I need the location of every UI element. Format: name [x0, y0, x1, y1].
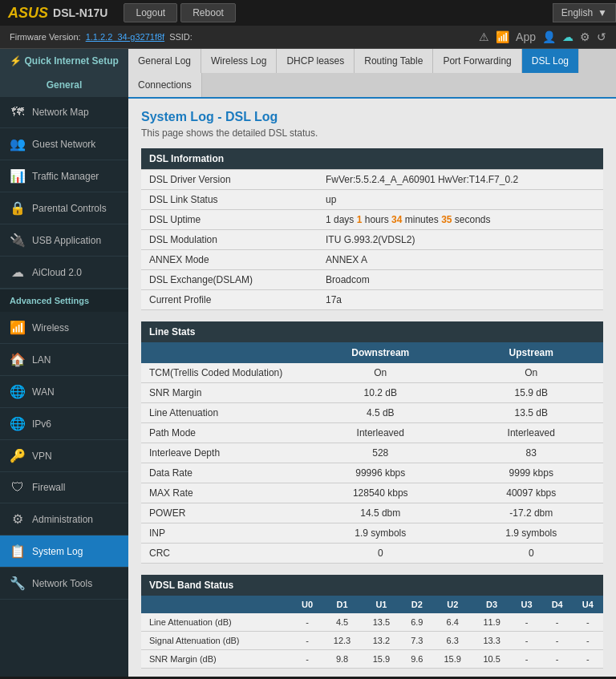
- table-row: DSL Driver Version FwVer:5.5.2.4_A_A6090…: [141, 170, 603, 190]
- cell: 6.3: [433, 632, 472, 650]
- table-row: Interleave Depth 528 83: [141, 443, 603, 463]
- cell: -: [573, 650, 603, 669]
- cell: 15.9: [433, 650, 472, 669]
- page-description: This page shows the detailed DSL status.: [141, 127, 603, 139]
- sidebar-item-ipv6[interactable]: 🌐 IPv6: [0, 408, 128, 440]
- dsl-section-title: DSL Information: [141, 148, 603, 170]
- cell: -: [292, 632, 322, 650]
- table-row: SNR Margin (dB) - 9.8 15.9 9.6 15.9 10.5…: [141, 650, 603, 669]
- row-label: Interleave Depth: [141, 443, 302, 463]
- sidebar-item-label: AiCloud 2.0: [32, 267, 82, 278]
- row-label: CRC: [141, 544, 302, 564]
- dsl-section-header-row: DSL Information: [141, 148, 603, 170]
- vdsl-col-u3: U3: [512, 596, 542, 613]
- sidebar-item-label: WAN: [32, 386, 55, 398]
- vdsl-band-table: U0 D1 U1 D2 U2 D3 U3 D4 U4 Line Attenuat…: [141, 596, 603, 669]
- sidebar-item-network-tools[interactable]: 🔧 Network Tools: [0, 568, 128, 600]
- row-downstream: 0: [302, 544, 460, 564]
- row-upstream: 40097 kbps: [460, 483, 603, 503]
- row-label: ANNEX Mode: [141, 250, 318, 270]
- vpn-icon: 🔑: [10, 448, 26, 463]
- firmware-bar: Firmware Version: 1.1.2.2_34-g3271f8f SS…: [0, 26, 616, 49]
- table-row: DSL Uptime 1 days 1 hours 34 minutes 35 …: [141, 210, 603, 230]
- tab-general-log[interactable]: General Log: [128, 49, 201, 73]
- sidebar: ⚡ Quick Internet Setup General 🗺 Network…: [0, 49, 128, 677]
- vdsl-band-header: VDSL Band Status: [141, 575, 603, 596]
- sidebar-item-parental-controls[interactable]: 🔒 Parental Controls: [0, 192, 128, 224]
- cell: -: [512, 632, 542, 650]
- sidebar-item-label: System Log: [32, 546, 83, 557]
- sidebar-item-guest-network[interactable]: 👥 Guest Network: [0, 128, 128, 160]
- sidebar-item-lan[interactable]: 🏠 LAN: [0, 344, 128, 376]
- logo-asus: ASUS: [8, 5, 48, 22]
- tab-wireless-log[interactable]: Wireless Log: [201, 49, 277, 73]
- vdsl-col-label: [141, 596, 292, 613]
- vdsl-col-d1: D1: [322, 596, 362, 613]
- table-row: CRC 0 0: [141, 544, 603, 564]
- table-row: DSL Exchange(DSLAM) Broadcom: [141, 270, 603, 290]
- tab-port-forwarding[interactable]: Port Forwarding: [433, 49, 521, 73]
- row-downstream: 4.5 dB: [302, 403, 460, 423]
- row-upstream: 83: [460, 443, 603, 463]
- table-row: Line Attenuation 4.5 dB 13.5 dB: [141, 403, 603, 423]
- cell: -: [292, 613, 322, 632]
- tab-dhcp-leases[interactable]: DHCP leases: [277, 49, 355, 73]
- row-label: DSL Modulation: [141, 230, 318, 250]
- row-label: DSL Driver Version: [141, 170, 318, 190]
- language-selector[interactable]: English ▼: [553, 3, 616, 22]
- table-row: DSL Modulation ITU G.993.2(VDSL2): [141, 230, 603, 250]
- chevron-down-icon: ▼: [598, 7, 607, 18]
- cell: 7.3: [401, 632, 433, 650]
- row-label: DSL Uptime: [141, 210, 318, 230]
- sidebar-item-vpn[interactable]: 🔑 VPN: [0, 440, 128, 472]
- row-upstream: On: [460, 363, 603, 383]
- row-upstream: -17.2 dbm: [460, 503, 603, 523]
- sidebar-item-network-map[interactable]: 🗺 Network Map: [0, 97, 128, 128]
- row-label: INP: [141, 523, 302, 544]
- sidebar-item-traffic-manager[interactable]: 📊 Traffic Manager: [0, 160, 128, 192]
- reboot-button[interactable]: Reboot: [180, 3, 236, 22]
- row-downstream: Interleaved: [302, 423, 460, 443]
- logout-button[interactable]: Logout: [124, 3, 177, 22]
- sidebar-item-system-log[interactable]: 📋 System Log: [0, 536, 128, 568]
- usb-app-icon: 🔌: [10, 232, 26, 248]
- sidebar-item-label: Administration: [32, 514, 93, 525]
- tab-routing-table[interactable]: Routing Table: [355, 49, 433, 73]
- sidebar-item-aicloud[interactable]: ☁ AiCloud 2.0: [0, 257, 128, 289]
- settings-icon: ⚙: [580, 30, 590, 43]
- row-downstream: 528: [302, 443, 460, 463]
- row-label: Line Attenuation: [141, 403, 302, 423]
- ipv6-icon: 🌐: [10, 416, 26, 431]
- sidebar-item-label: Firewall: [32, 482, 65, 493]
- quick-setup-icon: ⚡: [10, 55, 22, 67]
- header-buttons: Logout Reboot: [124, 3, 235, 22]
- sidebar-item-wan[interactable]: 🌐 WAN: [0, 376, 128, 408]
- row-value: ANNEX A: [318, 250, 603, 270]
- cell: 13.2: [362, 632, 401, 650]
- vdsl-col-d2: D2: [401, 596, 433, 613]
- row-downstream: 99996 kbps: [302, 463, 460, 483]
- tab-dsl-log[interactable]: DSL Log: [522, 49, 579, 73]
- row-value: up: [318, 190, 603, 210]
- tab-connections[interactable]: Connections: [128, 73, 202, 97]
- administration-icon: ⚙: [10, 511, 26, 527]
- firmware-version[interactable]: 1.1.2.2_34-g3271f8f: [86, 32, 164, 42]
- row-value: Broadcom: [318, 270, 603, 290]
- sidebar-item-label: Guest Network: [32, 139, 95, 150]
- cell: 13.3: [472, 632, 512, 650]
- row-value: ITU G.993.2(VDSL2): [318, 230, 603, 250]
- table-row: POWER 14.5 dbm -17.2 dbm: [141, 503, 603, 523]
- row-downstream: 1.9 symbols: [302, 523, 460, 544]
- cell: -: [542, 613, 573, 632]
- cell: 13.5: [362, 613, 401, 632]
- row-label: MAX Rate: [141, 483, 302, 503]
- cell: 9.8: [322, 650, 362, 669]
- sidebar-quick-setup[interactable]: ⚡ Quick Internet Setup: [0, 49, 128, 73]
- sidebar-item-administration[interactable]: ⚙ Administration: [0, 503, 128, 536]
- sidebar-item-wireless[interactable]: 📶 Wireless: [0, 312, 128, 344]
- row-downstream: On: [302, 363, 460, 383]
- cell: 4.5: [322, 613, 362, 632]
- row-label: Current Profile: [141, 290, 318, 310]
- sidebar-item-usb-app[interactable]: 🔌 USB Application: [0, 224, 128, 257]
- sidebar-item-firewall[interactable]: 🛡 Firewall: [0, 472, 128, 503]
